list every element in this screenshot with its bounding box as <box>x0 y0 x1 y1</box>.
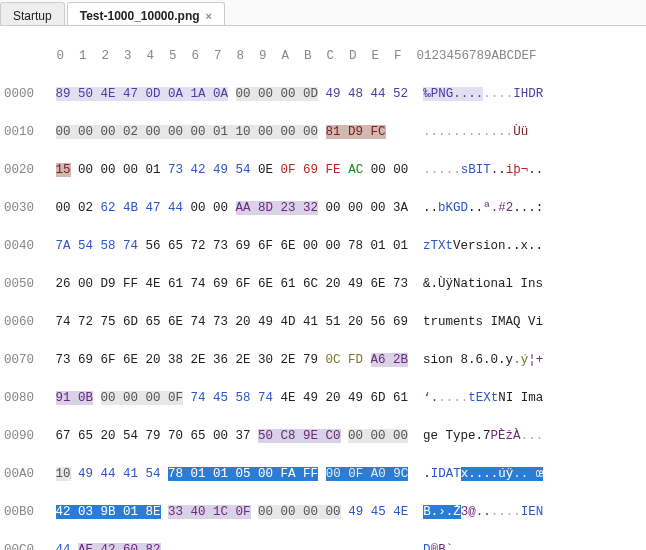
hex-row[interactable]: 00B0 42 03 9B 01 8E 33 40 1C 0F 00 00 00… <box>4 503 642 522</box>
hex-row[interactable]: 00A0 10 49 44 41 54 78 01 01 05 00 FA FF… <box>4 465 642 484</box>
tab-startup[interactable]: Startup <box>0 2 65 25</box>
hex-row[interactable]: 0070 73 69 6F 6E 20 38 2E 36 2E 30 2E 79… <box>4 351 642 370</box>
tab-startup-label: Startup <box>13 9 52 23</box>
hex-row[interactable]: 0030 00 02 62 4B 47 44 00 00 AA 8D 23 32… <box>4 199 642 218</box>
hex-column-header: 0 1 2 3 4 5 6 7 8 9 A B C D E F 01234567… <box>4 47 642 66</box>
tab-bar: Startup Test-1000_10000.png × <box>0 0 646 26</box>
hex-row[interactable]: 00C0 44 AE 42 60 82 D®B`‚ <box>4 541 642 550</box>
hex-editor[interactable]: 0 1 2 3 4 5 6 7 8 9 A B C D E F 01234567… <box>0 26 646 550</box>
hex-row[interactable]: 0090 67 65 20 54 79 70 65 00 37 50 C8 9E… <box>4 427 642 446</box>
hex-row[interactable]: 0040 7A 54 58 74 56 65 72 73 69 6F 6E 00… <box>4 237 642 256</box>
hex-row[interactable]: 0020 15 00 00 00 01 73 42 49 54 0E 0F 69… <box>4 161 642 180</box>
hex-row[interactable]: 0080 91 0B 00 00 00 0F 74 45 58 74 4E 49… <box>4 389 642 408</box>
tab-active-file[interactable]: Test-1000_10000.png × <box>67 2 225 25</box>
tab-active-label: Test-1000_10000.png <box>80 9 200 23</box>
hex-row[interactable]: 0000 89 50 4E 47 0D 0A 1A 0A 00 00 00 0D… <box>4 85 642 104</box>
hex-row[interactable]: 0010 00 00 00 02 00 00 00 01 10 00 00 00… <box>4 123 642 142</box>
hex-row[interactable]: 0050 26 00 D9 FF 4E 61 74 69 6F 6E 61 6C… <box>4 275 642 294</box>
close-icon[interactable]: × <box>206 10 212 22</box>
hex-row[interactable]: 0060 74 72 75 6D 65 6E 74 73 20 49 4D 41… <box>4 313 642 332</box>
